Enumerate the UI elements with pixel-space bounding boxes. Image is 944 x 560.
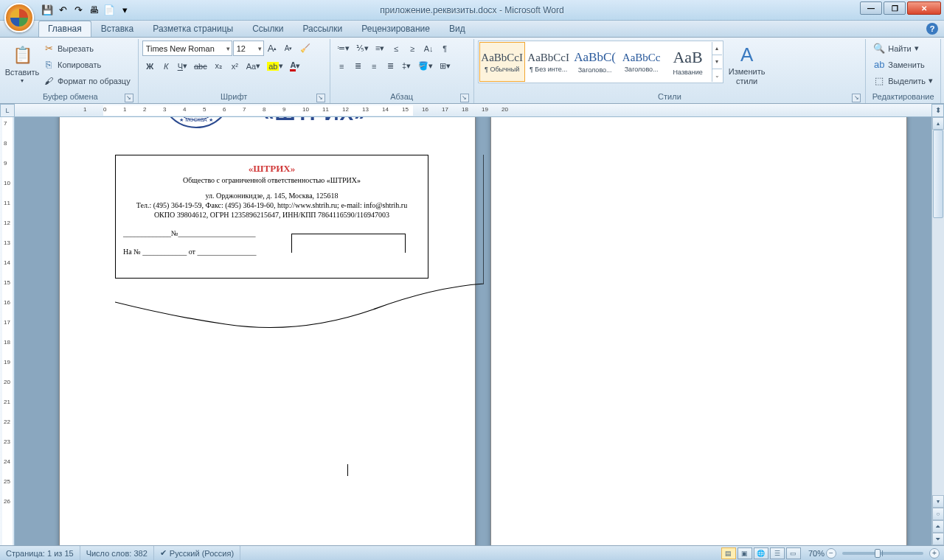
styles-gallery[interactable]: AaBbCcI¶ Обычный AaBbCcI¶ Без инте... Aa…: [478, 41, 723, 83]
maximize-button[interactable]: ❐: [884, 1, 906, 15]
close-button[interactable]: ✕: [907, 1, 941, 15]
group-paragraph: ≔▾ ⅕▾ ≡▾ ≤ ≥ A↓ ¶ ≡ ≣ ≡ ≣ ‡▾ 🪣▾ ⊞▾: [330, 39, 474, 103]
status-page[interactable]: Страница: 1 из 15: [0, 546, 80, 560]
ruler-toggle[interactable]: ⬍: [931, 104, 944, 117]
tab-mailings[interactable]: Рассылки: [293, 21, 352, 37]
prev-page-button[interactable]: ⏶: [932, 520, 944, 533]
format-painter-button[interactable]: Формат по образцу: [39, 73, 134, 88]
strike-button[interactable]: abc: [191, 58, 210, 74]
replace-button[interactable]: abЗаменить: [870, 57, 937, 72]
help-icon[interactable]: ?: [926, 23, 938, 35]
status-words[interactable]: Число слов: 382: [80, 546, 154, 560]
tab-references[interactable]: Ссылки: [243, 21, 293, 37]
scroll-track[interactable]: [932, 130, 944, 495]
office-button[interactable]: [4, 3, 34, 32]
style-heading2[interactable]: AaBbCcЗаголово...: [619, 42, 664, 82]
qat-redo-icon[interactable]: ↷: [71, 3, 86, 18]
subscript-button[interactable]: x₂: [211, 58, 226, 74]
group-clipboard-label: Буфер обмена↘: [7, 91, 134, 103]
minimize-button[interactable]: —: [860, 1, 882, 15]
qat-save-icon[interactable]: 💾: [40, 3, 55, 18]
page-1: ★ МОСКВА ★ «ШТРИХ» «ШТРИХ» Общество с ог…: [59, 117, 476, 545]
highlight-button[interactable]: ab▾: [264, 58, 286, 74]
font-color-button[interactable]: A▾: [287, 58, 303, 74]
superscript-button[interactable]: x²: [227, 58, 243, 74]
underline-button[interactable]: Ч▾: [175, 58, 190, 74]
change-case-button[interactable]: Aa▾: [243, 58, 263, 74]
scroll-down-button[interactable]: ▾: [932, 495, 944, 508]
next-page-button[interactable]: ⏷: [932, 533, 944, 545]
borders-button[interactable]: ⊞▾: [437, 58, 454, 74]
style-title[interactable]: AaBНазвание: [665, 42, 711, 82]
align-left-button[interactable]: ≡: [334, 58, 350, 74]
paragraph-dialog-launcher[interactable]: ↘: [460, 94, 469, 102]
align-center-button[interactable]: ≣: [350, 58, 366, 74]
decrease-indent-button[interactable]: ≤: [389, 41, 404, 56]
tab-page-layout[interactable]: Разметка страницы: [143, 21, 243, 37]
status-language[interactable]: ✔Русский (Россия): [154, 546, 240, 560]
document-area: L 101234567891011121314151617181920 ⬍ 78…: [0, 104, 944, 545]
scroll-up-button[interactable]: ▴: [932, 117, 944, 130]
bold-button[interactable]: Ж: [142, 58, 158, 74]
tab-view[interactable]: Вид: [440, 21, 475, 37]
style-no-spacing[interactable]: AaBbCcI¶ Без инте...: [526, 42, 572, 82]
scroll-thumb[interactable]: [933, 130, 943, 218]
italic-button[interactable]: К: [159, 58, 174, 74]
view-draft-button[interactable]: ▭: [786, 547, 801, 559]
bullets-button[interactable]: ≔▾: [334, 41, 353, 56]
zoom-slider[interactable]: [842, 552, 923, 555]
tab-home[interactable]: Главная: [38, 21, 91, 37]
multilevel-button[interactable]: ≡▾: [372, 41, 388, 56]
qat-new-icon[interactable]: 📄: [102, 3, 117, 18]
document-viewport[interactable]: ★ МОСКВА ★ «ШТРИХ» «ШТРИХ» Общество с ог…: [15, 117, 931, 545]
zoom-slider-thumb[interactable]: [875, 549, 881, 558]
qat-customize-icon[interactable]: ▾: [117, 3, 132, 18]
change-styles-label: Изменить стили: [726, 67, 768, 85]
view-outline-button[interactable]: ☰: [770, 547, 785, 559]
styles-dialog-launcher[interactable]: ↘: [852, 94, 861, 102]
justify-button[interactable]: ≣: [383, 58, 398, 74]
zoom-in-button[interactable]: +: [929, 548, 940, 559]
clear-formatting-button[interactable]: 🧹: [297, 41, 313, 56]
paste-button[interactable]: 📋 Вставить ▾: [7, 41, 38, 88]
group-styles: AaBbCcI¶ Обычный AaBbCcI¶ Без инте... Aa…: [474, 39, 867, 103]
numbering-button[interactable]: ⅕▾: [353, 41, 372, 56]
find-button[interactable]: 🔍Найти ▾: [870, 41, 937, 56]
qat-undo-icon[interactable]: ↶: [55, 3, 70, 18]
ribbon-tabs: Главная Вставка Разметка страницы Ссылки…: [0, 21, 944, 38]
line-spacing-button[interactable]: ‡▾: [399, 58, 414, 74]
grow-font-button[interactable]: A▴: [265, 41, 280, 56]
tab-insert[interactable]: Вставка: [91, 21, 144, 37]
letterhead-reg: ОКПО 39804612, ОГРН 1235896215647, ИНН/К…: [123, 211, 420, 219]
sort-button[interactable]: A↓: [421, 41, 437, 56]
font-dialog-launcher[interactable]: ↘: [316, 94, 325, 102]
tab-review[interactable]: Рецензирование: [352, 21, 440, 37]
zoom-level[interactable]: 70%: [808, 549, 825, 558]
font-size-combo[interactable]: 12: [233, 41, 264, 56]
ruler-corner[interactable]: L: [0, 104, 15, 117]
vertical-ruler[interactable]: 7891011121314151617181920212223242526: [0, 117, 15, 545]
increase-indent-button[interactable]: ≥: [405, 41, 420, 56]
view-print-layout-button[interactable]: ▤: [721, 547, 736, 559]
select-button[interactable]: ⬚Выделить ▾: [870, 73, 937, 88]
style-heading1[interactable]: AaBbC(Заголово...: [572, 42, 618, 82]
copy-button[interactable]: Копировать: [39, 57, 134, 72]
clipboard-dialog-launcher[interactable]: ↘: [125, 94, 133, 102]
font-name-combo[interactable]: Times New Roman: [142, 41, 232, 56]
zoom-out-button[interactable]: −: [826, 548, 836, 559]
align-right-button[interactable]: ≡: [367, 58, 382, 74]
cut-button[interactable]: Вырезать: [39, 41, 134, 56]
show-marks-button[interactable]: ¶: [437, 41, 453, 56]
find-label: Найти: [888, 44, 911, 53]
style-normal[interactable]: AaBbCcI¶ Обычный: [479, 42, 525, 82]
qat-print-icon[interactable]: 🖶: [86, 3, 101, 18]
browse-object-button[interactable]: ○: [932, 508, 944, 520]
change-styles-button[interactable]: A Изменить стили: [725, 41, 769, 88]
shading-button[interactable]: 🪣▾: [415, 58, 436, 74]
view-web-button[interactable]: 🌐: [754, 547, 768, 559]
view-full-screen-button[interactable]: ▣: [738, 547, 752, 559]
styles-scroll[interactable]: ▴▾⌄: [712, 42, 722, 82]
vertical-scrollbar[interactable]: ▴ ▾ ○ ⏶ ⏷: [931, 117, 944, 545]
shrink-font-button[interactable]: A▾: [281, 41, 296, 56]
horizontal-ruler[interactable]: 101234567891011121314151617181920: [15, 104, 931, 117]
